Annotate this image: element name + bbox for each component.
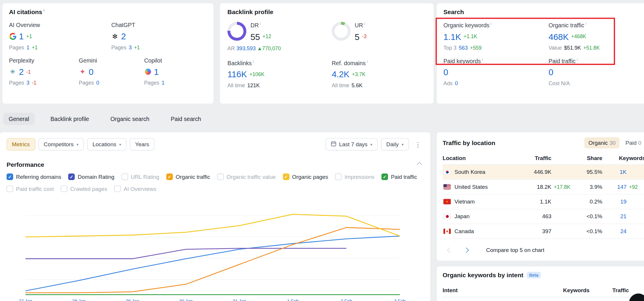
pages-count[interactable]: 1 — [162, 80, 165, 86]
copilot-icon — [144, 68, 151, 75]
table-row[interactable]: Japan 463 <0.1% 21 — [443, 209, 644, 224]
overview-tabs: General Backlink profile Organic search … — [3, 113, 206, 125]
table-row[interactable]: United States 18.2K +17.8K 3.9% 147 +92 — [443, 180, 644, 194]
metric-label: Ref. domainsi — [332, 60, 426, 66]
delta-badge: +12 — [262, 34, 271, 40]
date-range-button[interactable]: Last 7 days▾ — [326, 138, 378, 150]
checkbox-paid-traffic[interactable]: ✓Paid traffic — [382, 174, 417, 180]
checkbox-organic-pages[interactable]: ✓Organic pages — [283, 174, 328, 180]
metric-checkbox-row-1: ✓Referring domains ✓Domain Rating URL Ra… — [6, 174, 423, 180]
checkbox-referring-domains[interactable]: ✓Referring domains — [6, 174, 61, 180]
checkbox-organic-traffic-value[interactable]: Organic traffic value — [217, 174, 276, 180]
granularity-button[interactable]: Daily▾ — [381, 138, 409, 150]
ref-domains-value[interactable]: 4.2K — [332, 70, 349, 78]
ai-metric-chatgpt: ChatGPT ✻ 2 Pages 3 +1 — [111, 22, 140, 51]
pages-count[interactable]: 3 — [26, 80, 29, 86]
info-icon[interactable]: i — [482, 58, 483, 62]
info-icon[interactable]: i — [364, 22, 365, 26]
checkbox-organic-traffic[interactable]: ✓Organic traffic — [166, 174, 210, 180]
traffic-value: 397 — [516, 228, 551, 234]
table-row[interactable]: South Korea 446.9K 95.5% 1K — [443, 165, 644, 179]
checkbox-box — [121, 174, 128, 180]
keywords-link[interactable]: 21 — [602, 213, 627, 220]
ar-line: AR 393,593 ▲770,070 — [228, 45, 332, 51]
info-icon[interactable]: i — [260, 22, 261, 26]
delta-badge: +3.7K — [352, 71, 365, 77]
ai-citations-title-text: AI citations — [9, 8, 42, 15]
checkbox-ai-overviews[interactable]: AI Overviews — [114, 185, 156, 192]
checkbox-box — [114, 185, 121, 192]
delta-badge: +559 — [470, 45, 482, 51]
more-options-button[interactable]: ⋮ — [412, 139, 424, 149]
competitors-button[interactable]: Competitors▾ — [38, 138, 84, 150]
keywords-link[interactable]: 24 — [602, 228, 627, 234]
delta-badge: +106K — [250, 71, 265, 77]
keywords-link[interactable]: 19 — [602, 199, 627, 205]
tab-paid-search[interactable]: Paid search — [165, 113, 206, 125]
info-icon[interactable]: i — [585, 22, 586, 26]
checkbox-crawled-pages[interactable]: Crawled pages — [61, 185, 107, 192]
traffic-value: 446.9K — [516, 169, 551, 175]
ads-value[interactable]: 0 — [455, 80, 458, 86]
info-icon[interactable]: i — [491, 22, 492, 26]
ai-metric-gemini: Gemini ✦ 0 Pages 0 — [79, 57, 144, 86]
paid-keywords-value[interactable]: 0 — [443, 68, 448, 76]
tab-backlink-profile[interactable]: Backlink profile — [45, 113, 94, 125]
info-icon[interactable]: i — [43, 8, 45, 12]
backlink-profile-card: Backlink profile DRi 55+12 AR 393,593 ▲7… — [220, 3, 433, 104]
keywords-by-intent-panel: Organic keywords by intent Beta Intent K… — [437, 266, 644, 301]
pages-label: Pages — [111, 44, 126, 51]
delta-badge: +1 — [32, 45, 38, 51]
paid-tab[interactable]: Paid0 — [621, 137, 644, 149]
ai-overview-count[interactable]: 1 — [19, 32, 23, 41]
table-row[interactable]: Canada 397 <0.1% 24 — [443, 224, 644, 239]
performance-chart[interactable]: 27 Jan28 Jan29 Jan30 Jan31 Jan1 Feb2 Feb… — [6, 198, 423, 301]
info-icon[interactable]: i — [253, 60, 254, 64]
organic-traffic-value[interactable]: 468K — [548, 32, 569, 41]
delta-badge: +92 — [626, 184, 644, 190]
keywords-link[interactable]: 1K — [602, 169, 627, 175]
next-page-button[interactable] — [459, 245, 473, 255]
checkbox-domain-rating[interactable]: ✓Domain Rating — [68, 174, 114, 180]
gemini-count[interactable]: 0 — [89, 68, 93, 76]
organic-traffic-metric: Organic traffici 468K+468K Value $51.9K … — [548, 22, 600, 51]
metrics-button[interactable]: Metrics — [6, 138, 35, 150]
backlinks-value[interactable]: 116K — [228, 70, 247, 78]
checkbox-url-rating[interactable]: URL Rating — [121, 174, 159, 180]
info-icon[interactable]: i — [577, 58, 578, 62]
paid-traffic-value[interactable]: 0 — [548, 68, 553, 76]
checkbox-paid-traffic-cost[interactable]: Paid traffic cost — [6, 185, 54, 192]
pages-count[interactable]: 1 — [26, 44, 29, 51]
compare-top5-link[interactable]: Compare top 5 on chart — [486, 247, 545, 253]
metric-label: Organic keywordsi — [443, 22, 548, 28]
organic-tab[interactable]: Organic30 — [584, 137, 620, 149]
svg-text:3 Feb: 3 Feb — [394, 298, 406, 301]
top3-value[interactable]: 563 — [459, 45, 467, 51]
collapse-chevron-icon[interactable] — [417, 162, 422, 167]
copilot-count[interactable]: 1 — [154, 68, 159, 76]
prev-page-button[interactable] — [443, 245, 457, 255]
metric-label: Perplexity — [9, 57, 79, 64]
keywords-link[interactable]: 147 — [602, 184, 627, 190]
delta-badge: +51.8K — [583, 45, 600, 51]
info-icon[interactable]: i — [367, 60, 368, 64]
traffic-by-location-panel: Traffic by location Organic30 Paid0 Loca… — [437, 132, 644, 261]
locations-button[interactable]: Locations▾ — [87, 138, 126, 150]
years-button[interactable]: Years — [130, 138, 155, 150]
organic-keywords-value[interactable]: 1.1K — [443, 32, 461, 41]
ai-metric-ai-overview: AI Overview 1 +1 Pages 1 +1 — [9, 22, 111, 51]
perplexity-count[interactable]: 2 — [19, 68, 23, 76]
pages-count[interactable]: 3 — [129, 44, 132, 51]
chatgpt-count[interactable]: 2 — [121, 32, 126, 41]
chevron-down-icon: ▾ — [370, 142, 372, 147]
table-row[interactable]: Vietnam 1.1K 0.2% 19 — [443, 194, 644, 209]
chevron-down-icon: ▾ — [401, 142, 404, 147]
metric-label: URi — [355, 22, 367, 28]
ai-metric-copilot: Copilot 1 Pages 1 — [144, 57, 165, 86]
tab-organic-search[interactable]: Organic search — [105, 113, 155, 125]
ar-value[interactable]: 393,593 — [236, 45, 256, 51]
checkbox-impressions[interactable]: Impressions — [335, 174, 374, 180]
tab-general[interactable]: General — [3, 113, 34, 125]
delta-badge: +17.8K — [551, 184, 576, 190]
pages-count[interactable]: 0 — [96, 80, 99, 86]
